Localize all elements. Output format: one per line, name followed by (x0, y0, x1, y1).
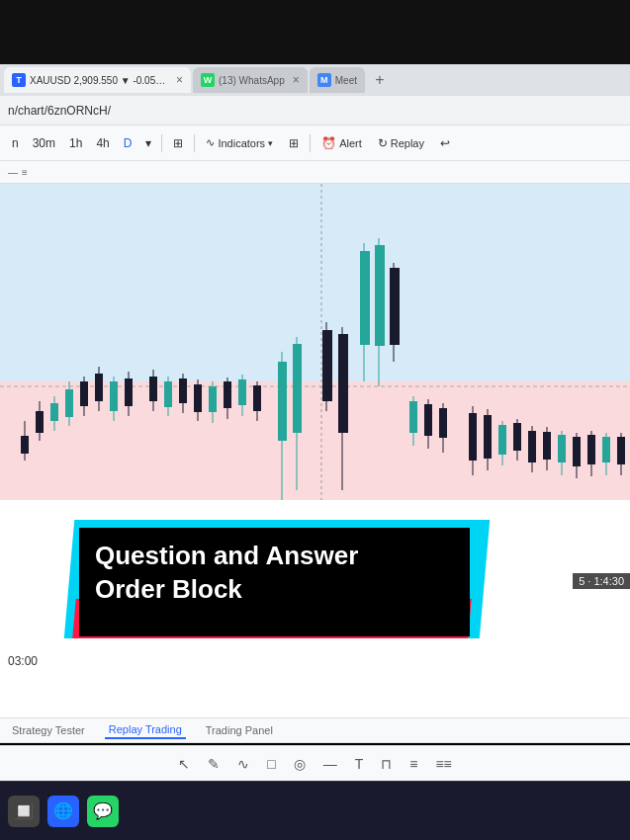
tab-label-wa: (13) WhatsApp (219, 75, 285, 86)
indicators-icon: ∿ (206, 136, 215, 149)
drawing-tools-bar: ↖ ✎ ∿ □ ◎ — T ⊓ ≡ ≡≡ (0, 745, 630, 781)
tab-tradingview[interactable]: T XAUUSD 2,909.550 ▼ -0.05% ( × (4, 67, 191, 93)
svg-rect-77 (617, 437, 625, 464)
tab-bar: T XAUUSD 2,909.550 ▼ -0.05% ( × W (13) W… (0, 64, 630, 96)
layout-button[interactable]: ⊞ (284, 134, 304, 152)
svg-rect-25 (179, 378, 187, 403)
rect-tool[interactable]: □ (263, 754, 279, 774)
svg-rect-75 (602, 437, 610, 462)
tab-close-tv[interactable]: × (176, 73, 183, 87)
align-tool[interactable]: ≡ (405, 754, 421, 774)
svg-rect-5 (21, 436, 29, 454)
toolbar-divider-2 (194, 134, 195, 152)
svg-rect-17 (110, 381, 118, 411)
tab-close-wa[interactable]: × (293, 73, 300, 87)
svg-rect-49 (390, 268, 400, 345)
timeframe-n[interactable]: n (8, 134, 23, 152)
layout-icon: ⊞ (289, 136, 299, 150)
replay-button[interactable]: ↻ Replay (373, 134, 429, 152)
measure-tool[interactable]: ⊓ (377, 754, 396, 774)
overlay-section: 03:00 Question and Answer Order Block 5 … (0, 500, 630, 717)
wave-tool[interactable]: ∿ (233, 754, 253, 774)
timeframe-4h[interactable]: 4h (92, 134, 113, 152)
address-text: n/chart/6znORNcH/ (8, 104, 111, 118)
svg-rect-9 (50, 403, 58, 421)
bottom-toolbar: Strategy Tester Replay Trading Trading P… (0, 717, 630, 743)
replay-icon: ↻ (378, 136, 388, 150)
alert-label: Alert (339, 137, 362, 149)
svg-rect-43 (338, 334, 348, 433)
svg-rect-45 (360, 251, 370, 345)
svg-rect-31 (224, 381, 231, 408)
chart-svg (0, 184, 630, 500)
tab-label-tv: XAUUSD 2,909.550 ▼ -0.05% ( (30, 75, 168, 86)
overlay-line2: Order Block (95, 574, 242, 604)
alert-button[interactable]: ⏰ Alert (316, 134, 367, 152)
candle-icon: ⊞ (173, 136, 183, 150)
svg-rect-59 (484, 415, 492, 459)
overlay-title: Question and Answer Order Block (95, 540, 454, 607)
svg-rect-19 (125, 378, 133, 406)
svg-rect-15 (95, 374, 103, 401)
indicators-button[interactable]: ∿ Indicators ▾ (201, 134, 278, 151)
browser-chrome: T XAUUSD 2,909.550 ▼ -0.05% ( × W (13) W… (0, 64, 630, 184)
tab-meet[interactable]: M Meet (310, 67, 365, 93)
address-bar: n/chart/6znORNcH/ (0, 96, 630, 126)
svg-rect-63 (513, 423, 521, 451)
line-tool[interactable]: — (319, 754, 341, 774)
toolbar-divider-3 (310, 134, 311, 152)
tab-trading-panel[interactable]: Trading Panel (202, 722, 277, 738)
circle-tool[interactable]: ◎ (290, 754, 310, 774)
svg-rect-57 (469, 413, 477, 461)
cursor-tool[interactable]: ↖ (174, 754, 194, 774)
svg-rect-73 (587, 435, 595, 464)
timeframe-d[interactable]: D (120, 134, 136, 152)
new-tab-button[interactable]: + (367, 67, 393, 93)
align-tool-2[interactable]: ≡≡ (431, 754, 455, 774)
svg-rect-55 (439, 408, 447, 438)
alert-icon: ⏰ (321, 136, 336, 150)
taskbar-icon-3[interactable]: 💬 (87, 796, 119, 827)
mini-tool-line[interactable]: — (8, 167, 18, 178)
mini-tool-menu[interactable]: ≡ (22, 167, 28, 178)
tab-favicon-tv: T (12, 73, 26, 87)
svg-rect-33 (238, 379, 246, 405)
tab-whatsapp[interactable]: W (13) WhatsApp × (193, 67, 308, 93)
mini-toolbar: — ≡ (0, 161, 630, 183)
tab-strategy-tester[interactable]: Strategy Tester (8, 722, 89, 738)
pencil-tool[interactable]: ✎ (204, 754, 224, 774)
svg-rect-65 (528, 431, 536, 462)
black-background: Question and Answer Order Block (79, 528, 470, 636)
text-tool[interactable]: T (351, 754, 368, 774)
timeframe-30m[interactable]: 30m (29, 134, 59, 152)
tab-label-meet: Meet (335, 75, 357, 86)
candle-type-button[interactable]: ⊞ (168, 134, 188, 152)
taskbar-icon-1[interactable]: 🔲 (8, 796, 40, 827)
chart-toolbar: n 30m 1h 4h D ▾ ⊞ ∿ Indicators ▾ ⊞ ⏰ Ale… (0, 126, 630, 161)
svg-rect-41 (322, 330, 332, 401)
svg-rect-67 (543, 432, 551, 460)
indicators-chevron: ▾ (268, 138, 273, 148)
taskbar-icon-2[interactable]: 🌐 (47, 796, 79, 827)
svg-rect-51 (409, 401, 417, 433)
svg-rect-37 (278, 362, 287, 441)
svg-rect-71 (573, 437, 581, 466)
time-label: 03:00 (8, 654, 38, 668)
svg-rect-13 (80, 381, 88, 406)
timeframe-dropdown[interactable]: ▾ (141, 134, 155, 152)
replay-label: Replay (391, 137, 424, 149)
chart-container (0, 184, 630, 500)
svg-rect-47 (375, 245, 385, 346)
status-badge: 5 · 1:4:30 (573, 573, 630, 589)
svg-rect-11 (65, 389, 73, 417)
undo-button[interactable]: ↩ (435, 134, 455, 152)
toolbar-divider-1 (161, 134, 162, 152)
timeframe-1h[interactable]: 1h (65, 134, 86, 152)
svg-rect-0 (0, 184, 630, 401)
overlay-line1: Question and Answer (95, 541, 358, 570)
tab-replay-trading[interactable]: Replay Trading (105, 721, 186, 739)
svg-rect-53 (424, 404, 432, 436)
svg-rect-21 (149, 377, 157, 401)
svg-rect-69 (558, 435, 566, 462)
svg-rect-29 (209, 386, 217, 412)
